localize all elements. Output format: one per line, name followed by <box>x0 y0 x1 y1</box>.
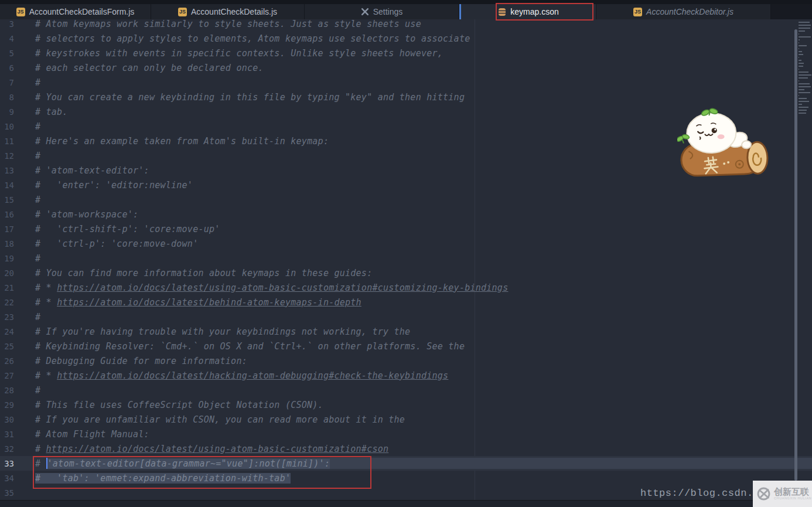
doc-link[interactable]: https://atom.io/docs/latest/using-atom-b… <box>57 283 508 293</box>
line-number[interactable]: 17 <box>0 224 26 234</box>
minimap-line <box>799 45 807 46</box>
line-number[interactable]: 10 <box>0 122 26 131</box>
code-text[interactable]: # 'ctrl-p': 'core:move-down' <box>26 239 812 249</box>
code-line[interactable]: 33# 'atom-text-editor[data-grammar~="vue… <box>0 456 812 471</box>
code-text[interactable]: # This file uses CoffeeScript Object Not… <box>26 400 812 410</box>
line-number[interactable]: 34 <box>0 474 26 483</box>
line-number[interactable]: 16 <box>0 210 26 219</box>
code-line[interactable]: 28# <box>0 383 812 397</box>
code-line[interactable]: 31# Atom Flight Manual: <box>0 427 812 441</box>
code-text[interactable]: # <box>26 77 812 88</box>
code-line[interactable]: 21# * https://atom.io/docs/latest/using-… <box>0 280 812 295</box>
doc-link[interactable]: https://atom.io/docs/latest/hacking-atom… <box>57 370 448 381</box>
line-number[interactable]: 18 <box>0 239 26 249</box>
code-line[interactable]: 25# Keybinding Resolver: `Cmd+.` on OS X… <box>0 339 812 353</box>
code-line[interactable]: 7# <box>0 75 812 90</box>
code-text[interactable]: # 'atom-workspace': <box>26 209 812 220</box>
code-line[interactable]: 6# each selector can only be declared on… <box>0 60 812 75</box>
line-number[interactable]: 23 <box>0 312 26 322</box>
line-number[interactable]: 30 <box>0 415 26 424</box>
code-line[interactable]: 18# 'ctrl-p': 'core:move-down' <box>0 236 812 251</box>
code-line[interactable]: 34# 'tab': 'emmet:expand-abbreviation-wi… <box>0 471 812 485</box>
doc-link[interactable]: https://atom.io/docs/latest/behind-atom-… <box>57 297 361 308</box>
text-editor[interactable]: 3# Atom keymaps work similarly to style … <box>0 19 812 507</box>
code-line[interactable]: 17# 'ctrl-shift-p': 'core:move-up' <box>0 222 812 236</box>
editor-bottom-strip <box>0 500 812 507</box>
line-number[interactable]: 29 <box>0 400 26 410</box>
code-text[interactable]: # Debugging Guide for more information: <box>26 356 812 366</box>
code-text[interactable]: # https://atom.io/docs/latest/using-atom… <box>26 444 812 454</box>
code-text[interactable]: # <box>26 195 812 205</box>
line-number[interactable]: 19 <box>0 254 26 263</box>
code-line[interactable]: 29# This file uses CoffeeScript Object N… <box>0 397 812 412</box>
code-text[interactable]: # Keybinding Resolver: `Cmd+.` on OS X a… <box>26 341 812 352</box>
code-line[interactable]: 32# https://atom.io/docs/latest/using-at… <box>0 441 812 456</box>
line-number[interactable]: 28 <box>0 386 26 395</box>
code-line[interactable]: 16# 'atom-workspace': <box>0 207 812 222</box>
code-text[interactable]: # 'ctrl-shift-p': 'core:move-up' <box>26 224 812 234</box>
line-number[interactable]: 12 <box>0 151 26 161</box>
code-line[interactable]: 26# Debugging Guide for more information… <box>0 353 812 368</box>
line-number[interactable]: 21 <box>0 283 26 292</box>
code-text[interactable]: # * https://atom.io/docs/latest/using-at… <box>26 283 812 293</box>
code-text[interactable]: # Atom Flight Manual: <box>26 429 812 440</box>
line-number[interactable]: 9 <box>0 107 26 117</box>
code-text[interactable]: # If you are unfamiliar with CSON, you c… <box>26 414 812 425</box>
line-number[interactable]: 35 <box>0 488 26 498</box>
code-text[interactable]: # selectors to apply styles to elements,… <box>26 33 812 44</box>
minimap[interactable] <box>799 22 811 118</box>
code-line[interactable]: 5# keystrokes with events in specific co… <box>0 46 812 60</box>
code-text[interactable]: # If you're having trouble with your key… <box>26 326 812 337</box>
vertical-scrollbar[interactable] <box>794 29 797 481</box>
line-number[interactable]: 3 <box>0 19 26 29</box>
line-number[interactable]: 33 <box>0 459 26 468</box>
line-number[interactable]: 15 <box>0 195 26 205</box>
line-number[interactable]: 14 <box>0 181 26 190</box>
code-line[interactable]: 22# * https://atom.io/docs/latest/behind… <box>0 295 812 309</box>
line-number[interactable]: 5 <box>0 49 26 58</box>
code-line[interactable]: 30# If you are unfamiliar with CSON, you… <box>0 412 812 427</box>
line-number[interactable]: 6 <box>0 63 26 73</box>
line-number[interactable]: 22 <box>0 298 26 307</box>
code-line[interactable]: 3# Atom keymaps work similarly to style … <box>0 16 812 31</box>
js-file-icon: JS <box>633 8 642 16</box>
code-text[interactable]: # <box>26 312 812 322</box>
code-text[interactable]: # keystrokes with events in specific con… <box>26 48 812 59</box>
code-line[interactable]: 23# <box>0 309 812 324</box>
minimap-line <box>799 69 799 70</box>
code-text[interactable]: # 'atom-text-editor[data-grammar~="vue"]… <box>26 458 812 469</box>
code-line[interactable]: 27# * https://atom.io/docs/latest/hackin… <box>0 368 812 383</box>
line-number[interactable]: 26 <box>0 356 26 366</box>
line-number[interactable]: 8 <box>0 93 26 102</box>
side-sprout <box>677 134 690 144</box>
line-number[interactable]: 25 <box>0 342 26 351</box>
code-text[interactable]: # You can find more information about ke… <box>26 268 812 278</box>
line-number[interactable]: 31 <box>0 430 26 439</box>
line-number[interactable]: 27 <box>0 371 26 380</box>
line-number[interactable]: 32 <box>0 444 26 454</box>
line-number[interactable]: 11 <box>0 137 26 146</box>
js-file-icon: JS <box>16 8 25 16</box>
code-line[interactable]: 19# <box>0 251 812 266</box>
code-line[interactable]: 4# selectors to apply styles to elements… <box>0 31 812 46</box>
code-line[interactable]: 8# You can create a new keybinding in th… <box>0 90 812 104</box>
code-line[interactable]: 20# You can find more information about … <box>0 266 812 280</box>
minimap-line <box>799 22 810 23</box>
code-text[interactable]: # Atom keymaps work similarly to style s… <box>26 19 812 29</box>
code-text[interactable]: # * https://atom.io/docs/latest/hacking-… <box>26 370 812 381</box>
doc-link[interactable]: https://atom.io/docs/latest/using-atom-b… <box>46 444 389 454</box>
code-text[interactable]: # <box>26 385 812 396</box>
line-number[interactable]: 20 <box>0 268 26 278</box>
code-text[interactable]: # * https://atom.io/docs/latest/behind-a… <box>26 297 812 308</box>
line-number[interactable]: 7 <box>0 78 26 87</box>
line-number[interactable]: 24 <box>0 327 26 336</box>
code-text[interactable]: # You can create a new keybinding in thi… <box>26 92 812 103</box>
code-text[interactable]: # <box>26 253 812 264</box>
line-number[interactable]: 13 <box>0 166 26 175</box>
code-line[interactable]: 15# <box>0 192 812 207</box>
line-number[interactable]: 4 <box>0 34 26 43</box>
code-text[interactable]: # each selector can only be declared onc… <box>26 63 812 73</box>
code-text[interactable]: # 'tab': 'emmet:expand-abbreviation-with… <box>26 473 812 484</box>
minimap-line <box>799 72 808 73</box>
code-line[interactable]: 24# If you're having trouble with your k… <box>0 324 812 339</box>
